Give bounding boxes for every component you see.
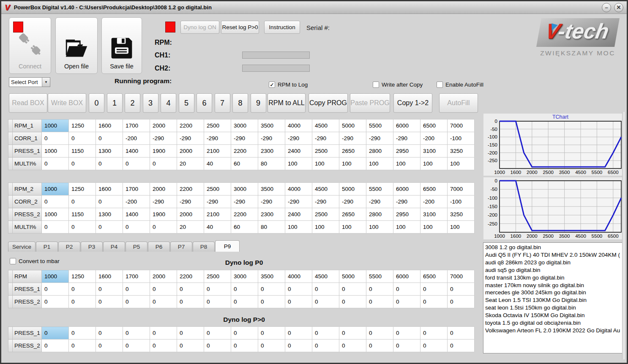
grid-cell[interactable]: 2950 xyxy=(393,145,420,158)
grid-cell[interactable]: -290 xyxy=(339,132,366,145)
grid-cell[interactable]: -290 xyxy=(231,132,258,145)
grid-cell[interactable]: 3500 xyxy=(258,120,285,132)
write-after-copy-checkbox[interactable]: Write after Copy xyxy=(373,81,423,88)
file-list-item[interactable]: ford transit 130km go digital.bin xyxy=(485,274,624,282)
grid-cell[interactable]: 0 xyxy=(96,327,123,340)
grid-cell[interactable]: 0 xyxy=(123,340,150,352)
grid-cell[interactable]: 1300 xyxy=(96,145,123,158)
grid-cell[interactable]: 6500 xyxy=(420,183,448,196)
grid-cell[interactable]: -200 xyxy=(420,132,448,145)
grid-cell[interactable]: -290 xyxy=(366,132,393,145)
file-list-item[interactable]: master 170km nowy silnik go digital.bin xyxy=(485,282,624,289)
grid-cell[interactable]: 0 xyxy=(285,296,312,308)
tab-p6[interactable]: P6 xyxy=(148,242,170,252)
grid-cell[interactable]: 1150 xyxy=(69,145,96,158)
grid-cell[interactable]: 2100 xyxy=(204,208,231,221)
enable-autofill-checkbox[interactable]: Enable AutoFill xyxy=(437,81,483,88)
rpm-to-all-button[interactable]: RPM to ALL xyxy=(268,93,306,113)
program-2-button[interactable]: 2 xyxy=(125,93,140,113)
grid-cell[interactable]: 0 xyxy=(366,283,393,296)
grid-cell[interactable]: 0 xyxy=(231,340,258,352)
grid-cell[interactable]: 2200 xyxy=(177,120,204,132)
grid-cell[interactable]: 100 xyxy=(448,158,475,170)
grid-cell[interactable]: 1400 xyxy=(123,208,150,221)
grid-cell[interactable]: 5500 xyxy=(366,120,393,132)
grid-cell[interactable]: 0 xyxy=(448,296,475,308)
file-list-item[interactable]: audi sq5 go digital.bin xyxy=(485,266,624,274)
grid-cell[interactable]: 0 xyxy=(150,327,177,340)
grid-cell[interactable]: 2200 xyxy=(177,183,204,196)
grid-cell[interactable]: 0 xyxy=(96,132,123,145)
grid-cell[interactable]: 2200 xyxy=(177,270,204,283)
grid-cell[interactable]: 2000 xyxy=(150,120,177,132)
grid-cell[interactable]: 3000 xyxy=(231,183,258,196)
grid-cell[interactable]: 3100 xyxy=(420,208,448,221)
file-list-item[interactable]: toyota 1.5 go digital od obciążenia.bin xyxy=(485,319,624,327)
paste-prog-button[interactable]: Paste PROG xyxy=(350,93,390,113)
grid-cell[interactable]: 2000 xyxy=(150,183,177,196)
grid-cell[interactable]: 2800 xyxy=(366,208,393,221)
grid-cell[interactable]: 0 xyxy=(69,296,96,308)
grid-cell[interactable]: 7000 xyxy=(448,120,475,132)
grid-cell[interactable]: 0 xyxy=(69,340,96,352)
grid-cell[interactable]: 0 xyxy=(69,196,96,208)
grid-cell[interactable]: 0 xyxy=(177,296,204,308)
grid-cell[interactable]: 4500 xyxy=(312,120,339,132)
minimize-button[interactable]: – xyxy=(602,3,611,12)
tab-p4[interactable]: P4 xyxy=(103,242,125,252)
grid-cell[interactable]: -290 xyxy=(312,132,339,145)
grid-cell[interactable]: 2300 xyxy=(258,145,285,158)
grid-cell[interactable]: 40 xyxy=(204,221,231,234)
grid-cell[interactable]: -200 xyxy=(123,196,150,208)
grid-cell[interactable]: -100 xyxy=(448,132,475,145)
grid-cell[interactable]: 5000 xyxy=(339,270,366,283)
grid-cell[interactable]: -290 xyxy=(393,196,420,208)
grid-cell[interactable]: 0 xyxy=(366,296,393,308)
grid-cell[interactable]: -290 xyxy=(285,196,312,208)
grid-cell[interactable]: 3500 xyxy=(258,183,285,196)
grid-cell[interactable]: 5000 xyxy=(339,183,366,196)
grid-cell[interactable]: 0 xyxy=(231,283,258,296)
grid-cell[interactable]: 2100 xyxy=(204,145,231,158)
copy-prog-button[interactable]: Copy PROG xyxy=(309,93,348,113)
grid-cell[interactable]: 2400 xyxy=(285,208,312,221)
grid-cell[interactable]: 0 xyxy=(42,196,69,208)
grid-cell[interactable]: 0 xyxy=(312,327,339,340)
grid-cell[interactable]: 2650 xyxy=(339,145,366,158)
program-1-button[interactable]: 1 xyxy=(107,93,123,113)
file-list[interactable]: 3008 1.2 go digital.binAudi Q5 II (FY FL… xyxy=(483,242,624,353)
file-list-item[interactable]: Volkswagen Arteon FL 2.0 190KM 2022 Go D… xyxy=(485,327,624,334)
grid-cell[interactable]: 20 xyxy=(177,158,204,170)
grid-cell[interactable]: 0 xyxy=(150,340,177,352)
grid-cell[interactable]: 0 xyxy=(420,340,448,352)
grid-cell[interactable]: 2200 xyxy=(231,145,258,158)
program-7-button[interactable]: 7 xyxy=(215,93,230,113)
rpm-to-log-checkbox[interactable]: ✓ RPM to Log xyxy=(269,81,308,88)
grid-cell[interactable]: 1250 xyxy=(69,270,96,283)
grid-cell[interactable]: 0 xyxy=(42,132,69,145)
file-list-item[interactable]: 3008 1.2 go digital.bin xyxy=(485,244,624,251)
grid-cell[interactable]: 0 xyxy=(448,327,475,340)
grid-cell[interactable]: -290 xyxy=(285,132,312,145)
grid-cell[interactable]: 0 xyxy=(204,340,231,352)
grid-cell[interactable]: 0 xyxy=(420,327,448,340)
grid-cell[interactable]: 4000 xyxy=(285,183,312,196)
grid-cell[interactable]: 100 xyxy=(339,221,366,234)
grid-cell[interactable]: 100 xyxy=(393,221,420,234)
grid-cell[interactable]: 1000 xyxy=(42,120,69,132)
grid-cell[interactable]: 80 xyxy=(258,158,285,170)
grid-cell[interactable]: 2950 xyxy=(393,208,420,221)
grid-cell[interactable]: 0 xyxy=(393,340,420,352)
write-box-button[interactable]: Write BOX xyxy=(48,93,86,113)
grid-cell[interactable]: 20 xyxy=(177,221,204,234)
grid-cell[interactable]: 0 xyxy=(339,296,366,308)
tab-p3[interactable]: P3 xyxy=(81,242,103,252)
grid-cell[interactable]: 6000 xyxy=(393,183,420,196)
grid-cell[interactable]: 2500 xyxy=(204,270,231,283)
grid-cell[interactable]: 1250 xyxy=(69,120,96,132)
grid-cell[interactable]: 2000 xyxy=(150,270,177,283)
grid-cell[interactable]: 0 xyxy=(69,283,96,296)
grid-cell[interactable]: -290 xyxy=(150,196,177,208)
grid-cell[interactable]: 2400 xyxy=(285,145,312,158)
read-box-button[interactable]: Read BOX xyxy=(9,93,47,113)
